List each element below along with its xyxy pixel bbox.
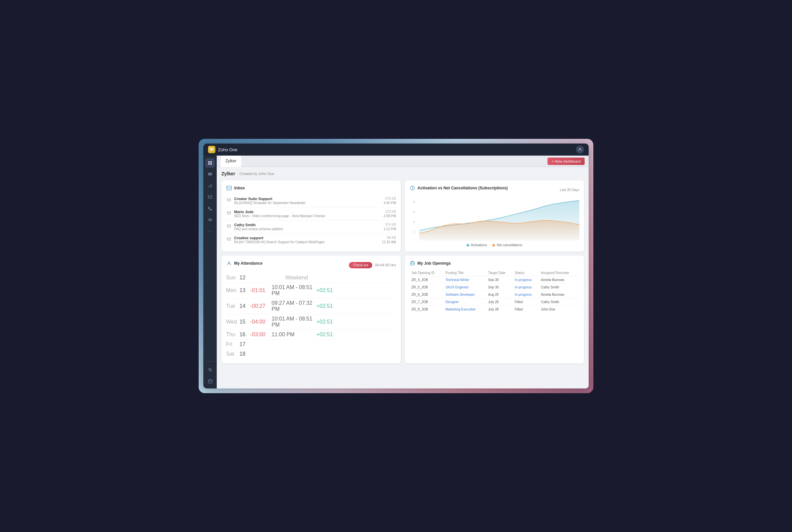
jobs-icon	[409, 260, 416, 266]
svg-rect-7	[211, 184, 212, 187]
sidebar-item-phone[interactable]	[205, 204, 215, 213]
app-logo	[208, 146, 215, 153]
svg-rect-13	[208, 380, 212, 383]
page-title: Zylker	[221, 171, 235, 176]
page-header: Zylker - Created by John Doe	[221, 171, 584, 176]
svg-rect-20	[227, 225, 230, 227]
jobs-widget-title: My Job Openings	[409, 260, 579, 266]
user-avatar[interactable]	[576, 146, 584, 154]
table-row: ZR_6_JOB Software Developer Aug 25 In-pr…	[409, 291, 579, 299]
inbox-item[interactable]: Creator Suite Support Re:[#24042] Templa…	[226, 194, 396, 207]
content-area: Zylker + New dashboard Zylker - Created …	[217, 156, 588, 388]
table-row: ZR_7_JOB Designer July 28 Filled Cathy S…	[409, 299, 579, 306]
checkout-button[interactable]: Check-out	[349, 262, 372, 268]
sidebar-item-analytics[interactable]	[205, 181, 215, 190]
chart-header: Activation vs Net Cancellations (Subscri…	[409, 185, 579, 194]
attendance-icon	[226, 260, 232, 266]
chart-widget: Activation vs Net Cancellations (Subscri…	[405, 180, 584, 252]
table-row: ZR_4_JOB Technical Writer Sep 30 In-prog…	[409, 277, 579, 284]
title-bar: Zoho One	[204, 144, 588, 156]
chart-icon	[409, 185, 416, 191]
attendance-row: Tue 14 -00:27 09:27 AM - 07:32 PM +02:51	[226, 299, 396, 314]
jobs-table: Job Opening ID Posting Title Target Date…	[409, 270, 579, 313]
laptop-wrapper: Zoho One	[199, 139, 593, 393]
sidebar-item-more[interactable]: ···	[205, 227, 215, 236]
screen-background: Zoho One	[199, 139, 593, 393]
svg-point-31	[228, 262, 230, 264]
svg-rect-18	[227, 198, 230, 201]
jobs-widget: My Job Openings Job Opening ID Posting T…	[405, 255, 584, 363]
svg-rect-6	[210, 185, 210, 187]
svg-point-11	[209, 368, 211, 371]
email-icon-2	[226, 223, 231, 229]
sidebar-item-search[interactable]	[205, 365, 215, 375]
sidebar: ···	[204, 156, 217, 388]
app-container: Zoho One	[204, 144, 588, 388]
chart-legend: Activations Net cancellations	[409, 243, 579, 247]
svg-point-10	[210, 220, 211, 221]
sidebar-item-calendar[interactable]	[205, 376, 215, 386]
chart-title: Activation vs Net Cancellations (Subscri…	[409, 185, 508, 191]
email-icon-3	[226, 236, 231, 242]
legend-activations: Activations	[467, 243, 487, 247]
attendance-widget: My Attendance Check-out 00:44:30 Hrs	[221, 255, 401, 363]
svg-rect-21	[227, 238, 230, 240]
email-icon-1	[226, 210, 231, 215]
sidebar-divider	[206, 361, 214, 362]
svg-text:2: 2	[413, 230, 416, 234]
inbox-widget: Inbox	[221, 180, 401, 252]
svg-rect-17	[227, 186, 231, 190]
svg-text:6: 6	[413, 210, 416, 214]
new-dashboard-button[interactable]: + New dashboard	[547, 157, 585, 165]
svg-line-12	[211, 370, 212, 372]
svg-rect-8	[208, 196, 212, 198]
attendance-table: Sun 12 Weekend Mon 13 -01:01	[226, 273, 396, 359]
activations-dot	[467, 244, 469, 247]
page-content: Zylker - Created by John Doe	[217, 167, 588, 388]
svg-text:4: 4	[413, 221, 416, 224]
attendance-row: Wed 15 -04:00 10:01 AM - 08:51 PM +02:51	[226, 314, 396, 330]
attendance-timer: 00:44:30 Hrs	[375, 263, 396, 267]
svg-rect-1	[208, 161, 210, 163]
table-row: ZR_8_JOB Marketing Executive July 28 Fil…	[409, 306, 579, 313]
attendance-row: Sun 12 Weekend	[226, 273, 396, 283]
tab-bar: Zylker + New dashboard	[217, 156, 588, 167]
email-icon-0	[226, 197, 231, 203]
attendance-header: My Attendance Check-out 00:44:30 Hrs	[226, 260, 396, 270]
inbox-item[interactable]: Cathy Smith FAQ and review schema additi…	[226, 221, 396, 233]
inbox-item[interactable]: Creative support Re:[## 73605189 ##] Sea…	[226, 233, 396, 246]
chart-svg-area: 8 6 4 2	[409, 197, 579, 241]
sidebar-item-eye[interactable]	[205, 215, 215, 225]
inbox-list: Creator Suite Support Re:[#24042] Templa…	[226, 194, 396, 246]
attendance-title: My Attendance	[226, 260, 263, 266]
main-layout: ···	[204, 156, 588, 388]
attendance-row: Thu 16 -03:00 11:00 PM +02:51	[226, 330, 396, 340]
sidebar-item-mail[interactable]	[205, 192, 215, 202]
table-header-row: Job Opening ID Posting Title Target Date…	[409, 270, 579, 277]
table-row: ZR_5_JOB UI/UX Engineer Sep 30 In-progre…	[409, 284, 579, 291]
attendance-row: Sat 18	[226, 349, 396, 359]
sidebar-item-home[interactable]	[205, 158, 215, 168]
svg-rect-19	[227, 211, 230, 214]
sidebar-item-messages[interactable]	[205, 170, 215, 179]
inbox-icon	[226, 185, 232, 191]
svg-rect-4	[210, 163, 212, 165]
dashboard-grid: Inbox	[221, 180, 584, 363]
app-title: Zoho One	[218, 147, 237, 152]
svg-text:8: 8	[413, 201, 416, 204]
tab-zylker[interactable]: Zylker	[221, 156, 241, 167]
page-subtitle: - Created by John Doe	[237, 172, 274, 176]
svg-rect-3	[208, 163, 210, 165]
attendance-row: Mon 13 -01:01 10:01 AM - 08:51 PM +02:51	[226, 283, 396, 299]
legend-cancellations: Net cancellations	[492, 243, 522, 247]
attendance-row: Fri 17	[226, 340, 396, 349]
cancellations-dot	[492, 244, 495, 247]
svg-rect-2	[210, 161, 212, 163]
inbox-widget-title: Inbox	[226, 185, 396, 191]
svg-rect-5	[208, 186, 209, 187]
inbox-item[interactable]: Mario Jude SEO fixes - Video conferencin…	[226, 207, 396, 221]
